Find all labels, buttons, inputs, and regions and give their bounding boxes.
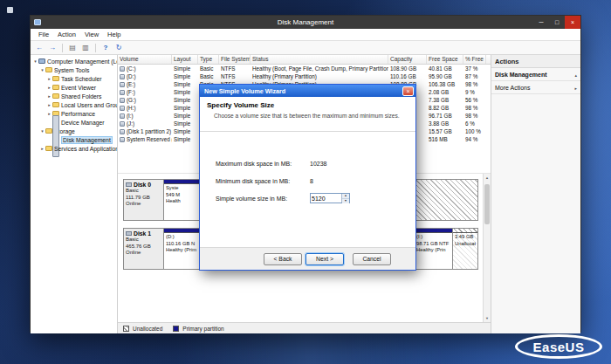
cell-pctfree: 94 % bbox=[463, 135, 486, 143]
actions-pane-header: Actions bbox=[491, 55, 580, 68]
partition-unallocated[interactable]: 3.49 GB Unallocat bbox=[453, 229, 477, 269]
cell-pctfree: 98 % bbox=[463, 104, 486, 112]
legend-bar: Unallocated Primary partition bbox=[118, 322, 491, 333]
column-header-status[interactable]: Status bbox=[251, 55, 388, 64]
cell-volume: (H:) bbox=[118, 104, 172, 112]
actions-disk-management[interactable]: Disk Management ▴ bbox=[491, 68, 580, 81]
cell-volume: (C:) bbox=[118, 65, 172, 72]
simple-volume-size-label: Simple volume size in MB: bbox=[216, 196, 303, 202]
column-header-filesystem[interactable]: File System bbox=[219, 55, 251, 64]
show-tree-icon[interactable]: ▤ bbox=[67, 44, 78, 52]
back-button[interactable]: < Back bbox=[264, 253, 302, 265]
primary-partition-swatch bbox=[173, 326, 179, 332]
cell-layout: Simple bbox=[172, 65, 198, 72]
column-header-volume[interactable]: Volume bbox=[118, 55, 172, 64]
cancel-button[interactable]: Cancel bbox=[353, 253, 391, 265]
next-button[interactable]: Next > bbox=[306, 253, 344, 265]
tree-item-system-tools[interactable]: ▾ System Tools bbox=[31, 65, 117, 74]
tree-item-services-applications[interactable]: ▸ Services and Applications bbox=[31, 144, 117, 153]
menu-file[interactable]: File bbox=[34, 31, 53, 38]
title-bar: Disk Management ─ □ × bbox=[31, 16, 580, 29]
export-list-icon[interactable]: ▥ bbox=[80, 44, 91, 52]
cell-volume: (J:) bbox=[118, 120, 172, 127]
cell-filesystem: NTFS bbox=[219, 65, 251, 72]
window-title: Disk Management bbox=[31, 18, 580, 26]
toolbar-separator bbox=[95, 44, 96, 52]
tree-item-device-manager[interactable]: Device Manager bbox=[31, 118, 117, 127]
cell-layout: Simple bbox=[172, 112, 198, 120]
minimize-button[interactable]: ─ bbox=[533, 16, 549, 29]
column-header-freespace[interactable]: Free Space bbox=[427, 55, 463, 64]
scroll-down-icon[interactable]: ▼ bbox=[484, 314, 491, 322]
maximize-button[interactable]: □ bbox=[549, 16, 565, 29]
cell-pctfree: 100 % bbox=[463, 127, 486, 135]
chevron-collapsed-icon: ▸ bbox=[46, 111, 52, 116]
volume-icon bbox=[120, 66, 125, 72]
menu-help[interactable]: Help bbox=[103, 31, 125, 38]
tree-item-event-viewer[interactable]: ▸ Event Viewer bbox=[31, 83, 117, 92]
help-icon[interactable]: ? bbox=[100, 44, 111, 52]
tree-item-label: Services and Applications bbox=[54, 146, 118, 152]
chevron-expanded-icon: ▾ bbox=[32, 58, 38, 64]
tree-item-task-scheduler[interactable]: ▸ Task Scheduler bbox=[31, 74, 117, 83]
chevron-collapsed-icon: ▸ bbox=[46, 76, 52, 81]
tree-item-performance[interactable]: ▸ Performance bbox=[31, 109, 117, 118]
cell-layout: Simple bbox=[172, 96, 198, 104]
wizard-title: New Simple Volume Wizard bbox=[204, 87, 285, 95]
tree-item-local-users-groups[interactable]: ▸ Local Users and Groups bbox=[31, 100, 117, 109]
volume-icon bbox=[120, 129, 125, 134]
cell-layout: Simple bbox=[172, 127, 198, 135]
desktop-icon[interactable] bbox=[7, 7, 13, 13]
wizard-footer: < Back Next > Cancel bbox=[200, 247, 415, 270]
min-disk-space-label: Minimum disk space in MB: bbox=[216, 178, 303, 184]
disk-1-label[interactable]: Disk 1 Basic 465.76 GB Online bbox=[124, 229, 164, 269]
cell-pctfree: 87 % bbox=[463, 72, 486, 80]
column-header-type[interactable]: Type bbox=[198, 55, 219, 64]
volume-size-input[interactable] bbox=[311, 194, 341, 203]
spin-down-button[interactable]: ▼ bbox=[342, 199, 349, 203]
tree-item-label: Shared Folders bbox=[61, 93, 101, 100]
column-header-layout[interactable]: Layout bbox=[172, 55, 198, 64]
scrollbar-thumb[interactable] bbox=[484, 184, 490, 224]
legend-primary-label: Primary partition bbox=[182, 326, 223, 332]
chevron-collapsed-icon: ▸ bbox=[46, 85, 52, 90]
tree-item-computer-management[interactable]: ▾ Computer Management (Local bbox=[31, 57, 117, 65]
partition-system-reserved[interactable]: Syste 549 M Health bbox=[164, 180, 203, 220]
forward-icon[interactable]: → bbox=[47, 44, 58, 52]
wizard-title-bar: New Simple Volume Wizard × bbox=[200, 85, 415, 97]
cell-freespace: 40.81 GB bbox=[427, 65, 463, 72]
tree-item-storage[interactable]: ▾ Storage bbox=[31, 127, 117, 135]
volume-icon bbox=[120, 113, 125, 119]
menu-action[interactable]: Action bbox=[53, 31, 80, 38]
wizard-close-button[interactable]: × bbox=[402, 86, 414, 96]
easeus-logo: EaseUS bbox=[515, 334, 602, 359]
task-scheduler-icon bbox=[52, 76, 59, 81]
legend-unallocated-label: Unallocated bbox=[133, 326, 162, 332]
cell-layout: Simple bbox=[172, 88, 198, 96]
actions-more-actions[interactable]: More Actions ▸ bbox=[491, 81, 580, 94]
scroll-up-icon[interactable]: ▲ bbox=[484, 174, 491, 182]
menu-view[interactable]: View bbox=[80, 31, 103, 38]
tree-item-label: System Tools bbox=[54, 67, 89, 73]
scrollbar[interactable]: ▲ ▼ bbox=[483, 174, 491, 322]
volume-row[interactable]: (D:) Simple Basic NTFS Healthy (Primary … bbox=[118, 72, 491, 80]
chevron-collapsed-icon: ▸ bbox=[46, 102, 52, 107]
volume-row[interactable]: (C:) Simple Basic NTFS Healthy (Boot, Pa… bbox=[118, 65, 491, 72]
disk-0-label[interactable]: Disk 0 Basic 111.79 GB Online bbox=[124, 180, 164, 220]
cell-volume: System Reserved (K:) bbox=[118, 135, 172, 143]
cell-freespace: 8.82 GB bbox=[427, 104, 463, 112]
refresh-icon[interactable]: ↻ bbox=[113, 44, 124, 52]
column-header-pctfree[interactable]: % Free bbox=[463, 55, 486, 64]
cell-capacity: 108.90 GB bbox=[388, 65, 427, 72]
chevron-collapsed-icon: ▸ bbox=[46, 93, 52, 99]
cell-pctfree: 56 % bbox=[463, 96, 486, 104]
tree-item-disk-management[interactable]: Disk Management bbox=[31, 135, 117, 144]
back-icon[interactable]: ← bbox=[34, 44, 45, 52]
partition-i[interactable]: (I:) 98.71 GB NTF Healthy (Prin bbox=[415, 229, 453, 269]
column-header-capacity[interactable]: Capacity bbox=[388, 55, 427, 64]
close-button[interactable]: × bbox=[565, 16, 580, 29]
max-disk-space-label: Maximum disk space in MB: bbox=[216, 161, 303, 167]
tree-item-shared-folders[interactable]: ▸ Shared Folders bbox=[31, 92, 117, 100]
chevron-expanded-icon: ▾ bbox=[39, 128, 45, 134]
cell-freespace: 516 MB bbox=[427, 135, 463, 143]
